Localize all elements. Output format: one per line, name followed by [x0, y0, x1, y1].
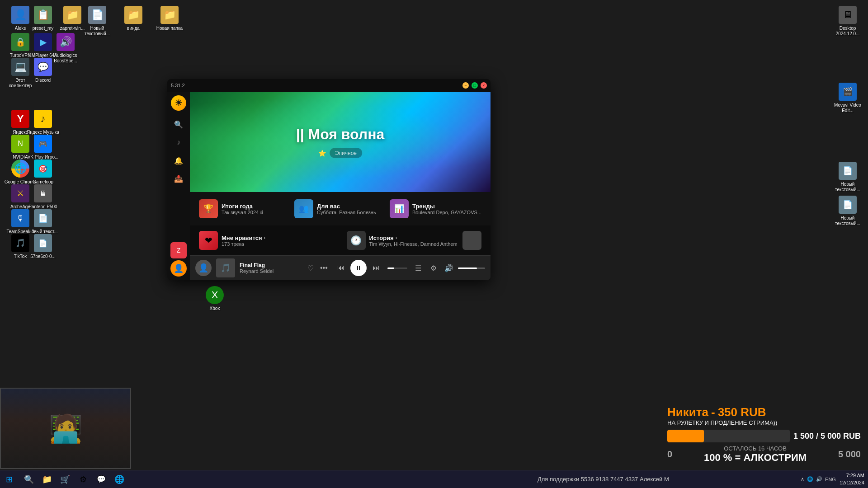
liked-thumb: ❤ [199, 231, 218, 250]
sidebar-downloads[interactable]: 📥 [170, 170, 187, 187]
sidebar-notifications[interactable]: 🔔 [170, 152, 187, 169]
card-thumb-year: 🏆 [199, 199, 218, 218]
webcam-overlay: 🧑‍💻 [0, 388, 131, 469]
player-prev-button[interactable]: ⏮ [334, 261, 348, 275]
sidebar-search[interactable]: 🔍 [170, 116, 187, 132]
desktop-icon-xbox[interactable]: X Xbox [197, 282, 233, 315]
donation-hours-left: ОСТАЛОСЬ 16 ЧАСОВ [704, 445, 807, 452]
sidebar-avatar[interactable]: 👤 [170, 260, 187, 277]
donation-stats-right: 5 000 [838, 449, 861, 460]
history-subtitle: Tim Wyyn, Hi-Finesse, Damned Anthem [369, 241, 459, 247]
desktop-icon-new-txt-r2[interactable]: 📄 Новый текстовый... [830, 192, 866, 230]
queue-history[interactable]: 🕐 История › Tim Wyyn, Hi-Finesse, Damned… [343, 229, 486, 252]
desktop-icon-vinda[interactable]: 📁 винда [115, 2, 151, 35]
player-user-avatar[interactable]: 👤 [195, 260, 212, 276]
player-track-name: Final Flag [240, 262, 303, 268]
sidebar-special-red[interactable]: Z [170, 242, 187, 258]
donation-bar-label: 1 500 / 5 000 RUB [793, 432, 861, 441]
card-subtitle-year: Так звучал 2024-й [222, 210, 287, 215]
taskbar-start-button[interactable]: ⊞ [0, 470, 18, 488]
donation-bar-fill [667, 430, 704, 442]
player-volume-button[interactable]: 🔊 [443, 262, 455, 274]
music-window: 5.31.2 − □ × ☀ 🔍 ♪ 🔔 📥 Z [167, 79, 491, 280]
player-like-button[interactable]: ♡ [307, 264, 314, 272]
volume-bar[interactable] [458, 267, 485, 269]
tray-arrow[interactable]: ∧ [801, 476, 804, 482]
player-queue-button[interactable]: ☰ [412, 262, 425, 274]
maximize-button[interactable]: □ [472, 82, 478, 89]
taskbar-search[interactable]: 🔍 [21, 471, 37, 488]
donation-pct-label: 100 % = АЛКОСТРИМ [704, 452, 807, 464]
player-progress[interactable] [387, 267, 407, 269]
sidebar-music[interactable]: ♪ [170, 134, 187, 150]
music-cards: 🏆 Итоги года Так звучал 2024-й 👥 Для вас… [190, 192, 491, 225]
desktop-icon-discord[interactable]: 💬 Discord [25, 54, 61, 87]
history-thumb-right [462, 231, 481, 250]
music-hero[interactable]: || Моя волна ⭐ Эпичное [190, 92, 491, 192]
taskbar-store[interactable]: 🛒 [57, 471, 73, 488]
music-queue: ❤ Мне нравится › 173 трека 🕐 [190, 225, 491, 255]
music-sidebar: ☀ 🔍 ♪ 🔔 📥 Z 👤 [167, 92, 190, 280]
donation-bar-bg [667, 430, 790, 442]
player-right-controls: ☰ ⚙ 🔊 [412, 262, 485, 274]
volume-fill [458, 267, 477, 269]
minimize-button[interactable]: − [462, 82, 469, 89]
donation-subtitle: НА РУЛЕТКУ И ПРОДЛЕНИЕ СТРИМА)) [667, 419, 861, 426]
progress-bar[interactable] [387, 267, 407, 269]
taskbar-clock[interactable]: 7:29 AM 12/12/2024 [840, 472, 868, 486]
window-version: 5.31.2 [171, 83, 185, 88]
taskbar-settings[interactable]: ⚙ [75, 471, 91, 488]
donation-overlay: Никита - 350 RUB НА РУЛЕТКУ И ПРОДЛЕНИЕ … [660, 400, 868, 469]
desktop-icon-movavi[interactable]: 🎬 Movavi Video Edit... [830, 79, 866, 117]
player-play-button[interactable]: ⏸ [350, 260, 367, 276]
hero-subtitle-text: Эпичное [330, 148, 362, 158]
player-settings-button[interactable]: ⚙ [427, 262, 440, 274]
donation-bar-container: 1 500 / 5 000 RUB [667, 430, 861, 442]
card-foryou[interactable]: 👥 Для вас Суббота, Разная Болезнь [291, 197, 386, 221]
donation-donor-name: Никита [667, 405, 708, 419]
clock-date: 12/12/2024 [840, 479, 864, 486]
card-thumb-foryou: 👥 [294, 199, 313, 218]
history-title: История › [369, 235, 459, 241]
card-info-foryou: Для вас Суббота, Разная Болезнь [317, 203, 382, 215]
card-year[interactable]: 🏆 Итоги года Так звучал 2024-й [195, 197, 291, 221]
taskbar-discord[interactable]: 💬 [93, 471, 109, 488]
card-subtitle-trends: Boulevard Depo, GAYAZOVS... [412, 210, 481, 215]
close-button[interactable]: × [481, 82, 487, 89]
taskbar-support-text: Для поддержки 5536 9138 7447 4337 Алексе… [538, 476, 669, 483]
liked-subtitle: 173 трека [222, 241, 334, 247]
card-trends[interactable]: 📊 Тренды Boulevard Depo, GAYAZOVS... [386, 197, 485, 221]
player-track-info: Final Flag Reynard Seidel [240, 262, 303, 274]
hero-title-container: || Моя волна ⭐ Эпичное [296, 126, 385, 158]
desktop-icon-57be[interactable]: 📄 57be6c0-0... [25, 230, 61, 263]
tray-sound[interactable]: 🔊 [816, 476, 822, 482]
sidebar-logo[interactable]: ☀ [171, 95, 186, 111]
player-next-button[interactable]: ⏭ [369, 261, 383, 275]
card-info-trends: Тренды Boulevard Depo, GAYAZOVS... [412, 203, 481, 215]
card-thumb-trends: 📊 [390, 199, 409, 218]
progress-fill [387, 267, 394, 269]
taskbar-explorer[interactable]: 📁 [39, 471, 55, 488]
player-bar: 👤 🎵 Final Flag Reynard Seidel ♡ ••• ⏮ ⏸ … [190, 255, 491, 280]
webcam-person-figure: 🧑‍💻 [49, 413, 83, 445]
tray-network[interactable]: 🌐 [807, 476, 813, 482]
card-title-year: Итоги года [222, 203, 287, 210]
player-more-button[interactable]: ••• [318, 262, 330, 274]
tray-lang[interactable]: ENG [825, 477, 836, 482]
donation-amount: 350 RUB [718, 405, 766, 419]
hero-heading: || Моя волна [296, 126, 385, 143]
window-titlebar: 5.31.2 − □ × [167, 79, 491, 92]
queue-liked[interactable]: ❤ Мне нравится › 173 трека [195, 229, 338, 252]
donation-stats: 0 ОСТАЛОСЬ 16 ЧАСОВ 100 % = АЛКОСТРИМ 5 … [667, 445, 861, 464]
card-info-year: Итоги года Так звучал 2024-й [222, 203, 287, 215]
desktop-icon-new-folder[interactable]: 📁 Новая папка [151, 2, 188, 35]
taskbar-items: 🔍 📁 🛒 ⚙ 💬 🌐 [18, 471, 410, 488]
player-track-artist: Reynard Seidel [240, 268, 303, 274]
webcam-feed: 🧑‍💻 [1, 389, 130, 468]
player-track-thumb: 🎵 [216, 258, 235, 277]
taskbar-chrome[interactable]: 🌐 [111, 471, 127, 488]
desktop: 👤 Aleks 📋 preset_my 📁 zapret-win... 📄 Но… [0, 0, 868, 488]
desktop-icon-desktop-folder[interactable]: 🖥 Desktop 2024.12.0... [830, 2, 866, 40]
desktop-icon-new-txt1[interactable]: 📄 Новый текстовый... [79, 2, 115, 40]
desktop-icon-new-txt-r1[interactable]: 📄 Новый текстовый... [830, 158, 866, 196]
